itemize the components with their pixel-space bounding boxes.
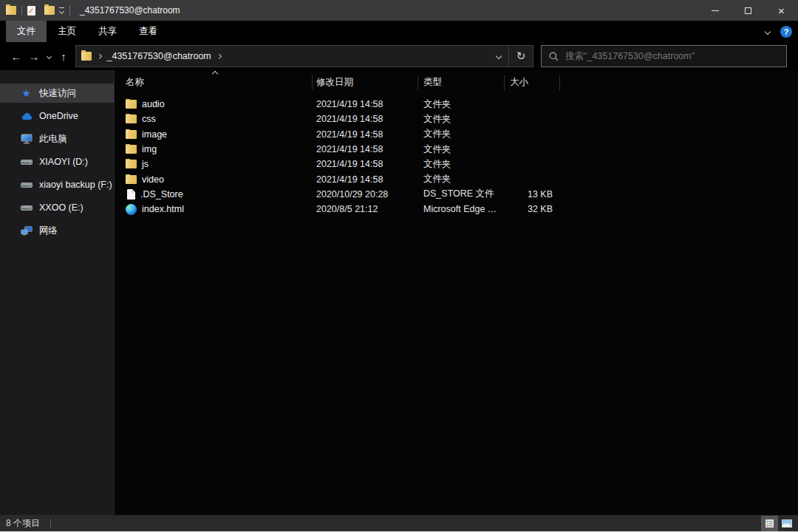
file-type: 文件夹 (423, 98, 510, 111)
items-count: 8 个项目 (6, 517, 40, 530)
file-type: 文件夹 (423, 158, 510, 171)
statusbar-divider (50, 519, 51, 528)
close-button[interactable]: × (765, 0, 798, 21)
ribbon-tab-bar: 文件 主页 共享 查看 ? (0, 21, 798, 42)
column-divider[interactable] (312, 75, 313, 90)
file-type: Microsoft Edge … (423, 204, 510, 214)
breadcrumb-segment[interactable]: _4351767530@chatroom (107, 51, 211, 61)
sidebar-item-label: 快速访问 (39, 87, 76, 100)
titlebar-separator (21, 5, 22, 16)
tab-share[interactable]: 共享 (87, 21, 128, 42)
sidebar-item-network[interactable]: 网络 (0, 221, 114, 240)
search-input[interactable] (565, 51, 765, 61)
maximize-button[interactable] (732, 0, 765, 21)
breadcrumb-chevron-icon[interactable] (216, 54, 221, 58)
window-controls: × (698, 0, 798, 21)
thumbnail-view-button[interactable] (778, 516, 795, 531)
file-name: video (142, 174, 164, 185)
recent-locations-icon[interactable] (43, 46, 55, 66)
file-size: 13 KB (510, 189, 553, 200)
refresh-button[interactable]: ↻ (509, 46, 533, 66)
file-type: 文件夹 (423, 113, 510, 126)
column-header-name[interactable]: 名称 (126, 76, 144, 89)
customize-quick-access-toolbar-icon[interactable] (59, 7, 64, 13)
minimize-icon (712, 10, 719, 11)
computer-icon (20, 134, 33, 144)
sidebar-item-quick-access[interactable]: ★ 快速访问 (0, 83, 114, 103)
file-name: index.html (142, 204, 184, 214)
file-row[interactable]: index.html 2020/8/5 21:12 Microsoft Edge… (115, 202, 798, 216)
sidebar-item-drive-d[interactable]: XIAOYI (D:) (0, 152, 114, 171)
column-header-size[interactable]: 大小 (510, 76, 528, 89)
file-date-modified: 2021/4/19 14:58 (316, 114, 423, 124)
back-button[interactable]: ← (7, 46, 25, 66)
up-button[interactable]: ↑ (55, 46, 72, 66)
file-row[interactable]: js 2021/4/19 14:58 文件夹 (115, 157, 798, 171)
sort-ascending-icon (212, 71, 218, 77)
titlebar: _4351767530@chatroom × (0, 0, 798, 21)
file-row[interactable]: .DS_Store 2020/10/29 20:28 DS_STORE 文件 1… (115, 187, 798, 202)
sidebar-item-drive-f[interactable]: xiaoyi backup (F:) (0, 175, 114, 194)
file-row[interactable]: css 2021/4/19 14:58 文件夹 (115, 112, 798, 126)
navigation-bar: ← → ↑ _4351767530@chatroom ↻ (0, 42, 798, 70)
file-type: 文件夹 (423, 128, 510, 140)
column-divider[interactable] (559, 75, 560, 90)
file-name: js (142, 159, 149, 169)
address-bar[interactable]: _4351767530@chatroom ↻ (75, 45, 533, 67)
details-view-button[interactable] (761, 516, 778, 531)
drive-icon (20, 158, 33, 166)
file-row[interactable]: audio 2021/4/19 14:58 文件夹 (115, 97, 798, 112)
address-dropdown-button[interactable] (489, 46, 508, 66)
close-icon: × (778, 4, 785, 17)
file-rows: audio 2021/4/19 14:58 文件夹 css 2021/4/19 … (115, 97, 798, 216)
drive-icon (20, 181, 33, 188)
file-date-modified: 2020/10/29 20:28 (316, 189, 423, 200)
sidebar-item-this-pc[interactable]: 此电脑 (0, 129, 114, 149)
sidebar-item-label: XIAOYI (D:) (39, 157, 88, 167)
forward-button[interactable]: → (25, 46, 43, 66)
file-date-modified: 2020/8/5 21:12 (316, 204, 423, 214)
thumbnail-view-icon (782, 519, 792, 528)
file-type: DS_STORE 文件 (423, 188, 510, 200)
column-header-date[interactable]: 修改日期 (316, 76, 353, 89)
help-button[interactable]: ? (780, 26, 792, 38)
column-divider[interactable] (417, 75, 418, 90)
file-size: 32 KB (510, 204, 553, 214)
tab-home[interactable]: 主页 (47, 21, 87, 42)
file-date-modified: 2021/4/19 14:58 (316, 144, 423, 154)
file-row[interactable]: img 2021/4/19 14:58 文件夹 (115, 142, 798, 157)
window-title: _4351767530@chatroom (80, 5, 180, 16)
expand-ribbon-icon[interactable] (765, 28, 771, 34)
sidebar-item-drive-e[interactable]: XXOO (E:) (0, 198, 114, 217)
file-name: css (142, 114, 156, 124)
folder-icon (126, 115, 137, 123)
sidebar-item-label: OneDrive (39, 111, 78, 121)
sidebar-item-label: xiaoyi backup (F:) (39, 180, 112, 190)
app-folder-icon[interactable] (6, 6, 16, 15)
minimize-button[interactable] (698, 0, 732, 21)
new-folder-icon[interactable] (44, 6, 55, 15)
column-headers: 名称 修改日期 类型 大小 (115, 74, 798, 90)
sidebar-item-onedrive[interactable]: OneDrive (0, 106, 114, 126)
file-row[interactable]: video 2021/4/19 14:58 文件夹 (115, 171, 798, 186)
sidebar: ★ 快速访问 OneDrive 此电脑 (0, 70, 115, 515)
cloud-icon (20, 112, 33, 120)
tab-file[interactable]: 文件 (6, 21, 47, 42)
file-type: 文件夹 (423, 173, 510, 185)
sidebar-item-label: 网络 (39, 225, 58, 237)
star-icon: ★ (20, 88, 33, 98)
titlebar-separator (69, 5, 70, 16)
column-header-type[interactable]: 类型 (423, 76, 442, 89)
explorer-window: _4351767530@chatroom × 文件 主页 共享 查看 ? ← →… (0, 0, 798, 532)
column-divider[interactable] (504, 75, 505, 90)
file-date-modified: 2021/4/19 14:58 (316, 174, 423, 185)
details-view-icon (765, 519, 774, 528)
sidebar-item-label: 此电脑 (39, 133, 67, 146)
tab-view[interactable]: 查看 (128, 21, 168, 42)
breadcrumb-chevron-icon[interactable] (97, 54, 101, 58)
file-name: .DS_Store (140, 189, 183, 200)
properties-icon[interactable] (27, 6, 35, 16)
file-row[interactable]: image 2021/4/19 14:58 文件夹 (115, 127, 798, 142)
search-box[interactable] (541, 45, 787, 67)
search-icon (549, 52, 559, 61)
